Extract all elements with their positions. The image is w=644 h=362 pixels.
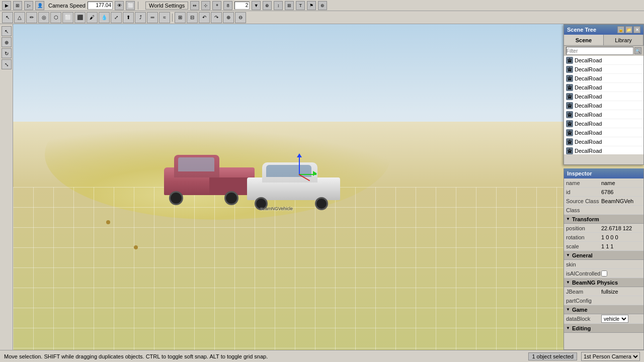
toolbar-icon-10[interactable]: ⊛ <box>318 1 327 10</box>
scene-tree-item[interactable]: 🛣DecalRoad <box>564 119 643 128</box>
tool-shield[interactable]: ⬡ <box>50 12 61 23</box>
insp-sourceclass-label: Source Class <box>566 198 601 204</box>
tool-slope[interactable]: ⤴ <box>135 12 146 23</box>
tool-pencil[interactable]: ✏ <box>26 12 37 23</box>
scene-tree-title: Scene Tree 🔒 📁 ✕ <box>564 25 643 35</box>
insp-datablock-row: dataBlock vehicle <box>564 314 643 324</box>
left-tool-move[interactable]: ⊕ <box>2 37 12 47</box>
camera-speed-input[interactable] <box>88 2 113 10</box>
tool-erode[interactable]: ≈ <box>159 12 170 23</box>
insp-editing-section[interactable]: ▼ Editing <box>564 324 643 333</box>
scene-tree-item[interactable]: 🛣DecalRoad <box>564 128 643 137</box>
tool-flatten[interactable]: ═ <box>147 12 158 23</box>
scene-tree-item[interactable]: 🛣DecalRoad <box>564 56 643 65</box>
toolbar-icon-eye[interactable]: 👁 <box>115 1 124 10</box>
status-right: 1 object selected 1st Person Camera <box>528 352 640 361</box>
tool-drop[interactable]: 💧 <box>99 12 110 23</box>
toolbar-icon-snap[interactable]: ⊹ <box>201 1 210 10</box>
insp-physics-section[interactable]: ▼ BeamNG Physics <box>564 278 643 287</box>
left-tool-rotate[interactable]: ↻ <box>2 48 12 58</box>
insp-jbeam-row: JBeam fullsize <box>564 287 643 296</box>
scene-tree-item[interactable]: 🛣DecalRoad <box>564 101 643 110</box>
toolbar-icon-2[interactable]: ⊞ <box>13 1 22 10</box>
insp-general-section[interactable]: ▼ General <box>564 251 643 260</box>
tool-a6[interactable]: ⊖ <box>235 12 246 23</box>
insp-transform-section[interactable]: ▼ Transform <box>564 215 643 224</box>
insp-id-value: 6786 <box>601 189 641 195</box>
scene-tree-close-icon[interactable]: ✕ <box>633 26 640 33</box>
scene-tree-lock-icon[interactable]: 🔒 <box>617 26 624 33</box>
insp-scale-value: 1 1 1 <box>601 243 641 249</box>
scene-tree-item[interactable]: 🛣DecalRoad <box>564 137 643 146</box>
scene-tree-item[interactable]: 🛣DecalRoad <box>564 83 643 92</box>
insp-class-row: Class <box>564 206 643 215</box>
left-toolbar: ↖ ⊕ ↻ ⤡ <box>0 24 13 350</box>
scene-tree-filter-input[interactable] <box>566 47 633 55</box>
toolbar-icon-7[interactable]: ↕ <box>274 1 283 10</box>
toolbar-icon-5[interactable]: ▼ <box>252 1 261 10</box>
scene-tree-item-icon: 🛣 <box>566 129 573 136</box>
status-objects-selected: 1 object selected <box>528 352 577 360</box>
insp-ai-label: isAIControlled <box>566 270 601 277</box>
tab-scene[interactable]: Scene <box>564 35 604 45</box>
tool-3d[interactable]: ⬛ <box>74 12 86 23</box>
world-settings-button[interactable]: World Settings <box>145 2 188 10</box>
toolbar-icon-1[interactable]: ▶ <box>2 1 11 10</box>
toolbar-icon-user[interactable]: 👤 <box>35 1 44 10</box>
white-sedan[interactable]: BeamNGVehicle <box>245 165 345 210</box>
scene-tree-item-label: DecalRoad <box>575 84 602 90</box>
tool-a2[interactable]: ⊟ <box>187 12 198 23</box>
toolbar-icon-num[interactable]: 8 <box>223 1 232 10</box>
insp-game-section[interactable]: ▼ Game <box>564 305 643 314</box>
scene-tree-item-label: DecalRoad <box>575 112 602 118</box>
scene-tree-folder-icon[interactable]: 📁 <box>625 26 632 33</box>
tab-library[interactable]: Library <box>604 35 643 45</box>
scene-tree-item-icon: 🛣 <box>566 102 573 109</box>
toolbar-icon-magnet[interactable]: ⌖ <box>212 1 221 10</box>
grid-overlay <box>13 187 644 350</box>
tool-circle[interactable]: ◎ <box>38 12 49 23</box>
insp-skin-row: skin <box>564 260 643 269</box>
toolbar-icon-box[interactable]: ⬜ <box>126 1 135 10</box>
second-toolbar: ↖ △ ✏ ◎ ⬡ ⬜ ⬛ 🖌 💧 ⤢ ⬆ ⤴ ═ ≈ ⊞ ⊟ ↶ ↷ ⊕ ⊖ <box>0 11 644 24</box>
scene-tree-list[interactable]: 🛣DecalRoad🛣DecalRoad🛣DecalRoad🛣DecalRoad… <box>564 56 643 154</box>
scene-tree-item-icon: 🛣 <box>566 57 573 64</box>
left-tool-select[interactable]: ↖ <box>2 26 12 36</box>
tool-height[interactable]: ⬆ <box>123 12 134 23</box>
insp-name-label: name <box>566 180 601 186</box>
scene-tree-item[interactable]: 🛣DecalRoad <box>564 146 643 154</box>
inspector-title: Inspector <box>564 168 643 178</box>
left-tool-scale[interactable]: ⤡ <box>2 59 12 69</box>
physics-arrow-icon: ▼ <box>566 280 570 285</box>
toolbar-icon-9[interactable]: ⚑ <box>307 1 316 10</box>
scene-tree-panel: Scene Tree 🔒 📁 ✕ Scene Library 🔍 🛣DecalR… <box>564 24 644 165</box>
viewport-3d[interactable]: BeamNGVehicle <box>13 24 644 350</box>
pickup-cab-window <box>178 157 214 171</box>
scene-tree-item[interactable]: 🛣DecalRoad <box>564 110 643 119</box>
scene-tree-search-icon[interactable]: 🔍 <box>634 47 641 54</box>
tool-a1[interactable]: ⊞ <box>175 12 186 23</box>
snap-input[interactable] <box>234 2 250 10</box>
tool-select[interactable]: ↖ <box>2 12 13 23</box>
insp-ai-checkbox[interactable] <box>601 270 607 277</box>
tool-move2[interactable]: ⤢ <box>111 12 122 23</box>
scene-tree-item[interactable]: 🛣DecalRoad <box>564 92 643 101</box>
insp-sourceclass-row: Source Class BeamNGVeh <box>564 197 643 206</box>
toolbar-icon-T[interactable]: T <box>296 1 305 10</box>
tool-a3[interactable]: ↶ <box>199 12 210 23</box>
pickup-cab <box>174 155 219 177</box>
toolbar-icon-move[interactable]: ⇔ <box>190 1 199 10</box>
toolbar-icon-play[interactable]: ▷ <box>24 1 33 10</box>
insp-datablock-select[interactable]: vehicle <box>601 315 628 323</box>
toolbar-icon-6[interactable]: ⊕ <box>263 1 272 10</box>
scene-tree-item[interactable]: 🛣DecalRoad <box>564 65 643 74</box>
camera-mode-select[interactable]: 1st Person Camera <box>581 352 640 361</box>
tool-brush[interactable]: 🖌 <box>87 12 98 23</box>
insp-rotation-value: 1 0 0 0 <box>601 234 641 240</box>
toolbar-icon-8[interactable]: ⊞ <box>285 1 294 10</box>
tool-move[interactable]: △ <box>14 12 25 23</box>
scene-tree-item[interactable]: 🛣DecalRoad <box>564 74 643 83</box>
tool-a4[interactable]: ↷ <box>211 12 222 23</box>
tool-rect[interactable]: ⬜ <box>62 12 73 23</box>
tool-a5[interactable]: ⊕ <box>223 12 234 23</box>
